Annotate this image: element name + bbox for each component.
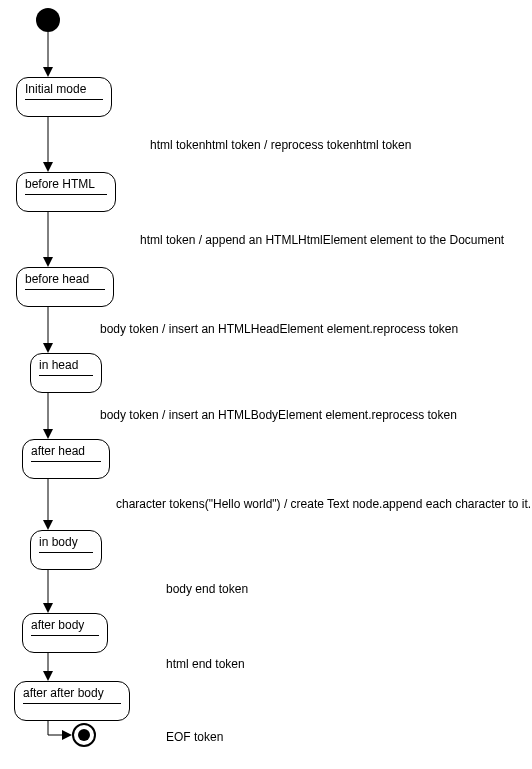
connector [47,393,49,439]
state-label: after after body [23,686,121,703]
svg-marker-11 [43,520,53,530]
svg-marker-1 [43,67,53,77]
state-in-body: in body [30,530,102,570]
connector [47,212,49,267]
transition-label: character tokens("Hello world") / create… [116,497,531,511]
state-after-body: after body [22,613,108,653]
connector [47,117,49,172]
connector [47,653,49,681]
state-after-after-body: after after body [14,681,130,721]
state-label: before HTML [25,177,107,194]
svg-marker-9 [43,429,53,439]
state-initial-mode: Initial mode [16,77,112,117]
state-before-html: before HTML [16,172,116,212]
state-label: after body [31,618,99,635]
state-label: in body [39,535,93,552]
start-node [36,8,60,32]
svg-marker-13 [43,603,53,613]
connector [47,570,49,613]
transition-label: EOF token [166,730,223,744]
transition-label: html end token [166,657,245,671]
transition-label: body token / insert an HTMLBodyElement e… [100,408,457,422]
state-label: Initial mode [25,82,103,99]
state-in-head: in head [30,353,102,393]
connector [47,307,49,353]
connector [47,479,49,530]
transition-label: html tokenhtml token / reprocess tokenht… [150,138,411,152]
transition-label: body end token [166,582,248,596]
connector [47,32,49,77]
state-label: before head [25,272,105,289]
svg-marker-7 [43,343,53,353]
state-label: after head [31,444,101,461]
svg-marker-3 [43,162,53,172]
state-label: in head [39,358,93,375]
transition-label: body token / insert an HTMLHeadElement e… [100,322,458,336]
transition-label: html token / append an HTMLHtmlElement e… [140,233,504,247]
svg-marker-16 [62,730,72,740]
state-after-head: after head [22,439,110,479]
end-node [72,723,96,747]
svg-marker-5 [43,257,53,267]
state-before-head: before head [16,267,114,307]
svg-marker-15 [43,671,53,681]
